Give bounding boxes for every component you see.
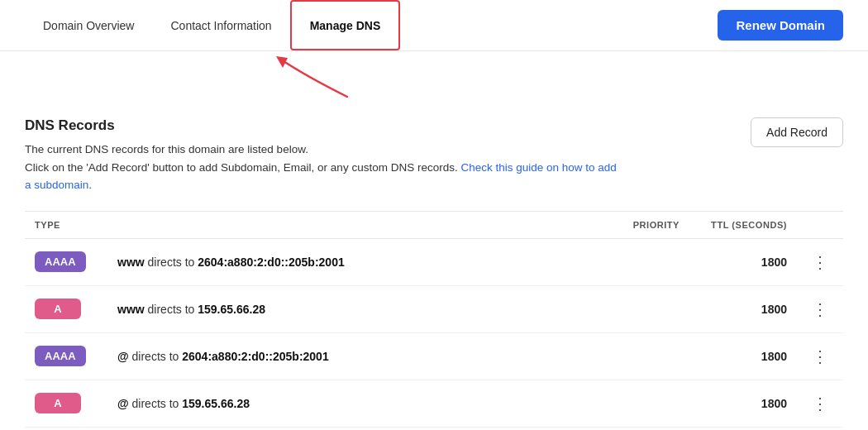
header-right: Renew Domain <box>718 10 843 41</box>
table-header-row: TYPE PRIORITY TTL (SECONDS) <box>25 211 843 238</box>
row-menu-button[interactable]: ⋮ <box>807 345 833 368</box>
record-host: www <box>117 256 145 269</box>
type-cell: A <box>25 285 107 332</box>
ttl-cell: 1800 <box>689 332 797 380</box>
type-badge: A <box>35 299 81 319</box>
table-row: AAAA @ directs to 2604:a880:2:d0::205b:2… <box>25 332 843 380</box>
row-menu-button[interactable]: ⋮ <box>807 251 833 274</box>
record-value: 2604:a880:2:d0::205b:2001 <box>182 350 328 363</box>
type-badge: AAAA <box>35 346 86 366</box>
tab-manage-dns[interactable]: Manage DNS <box>290 0 401 50</box>
priority-cell <box>599 285 689 332</box>
dns-records-title: DNS Records <box>25 117 620 134</box>
renew-domain-button[interactable]: Renew Domain <box>718 10 843 41</box>
actions-cell: ⋮ <box>797 238 843 285</box>
ttl-cell: 1800 <box>689 285 797 332</box>
record-cell: @ directs to 2604:a880:2:d0::205b:2001 <box>107 332 599 380</box>
type-cell: AAAA <box>25 332 107 380</box>
record-cell: @ directs to 159.65.66.28 <box>107 380 599 427</box>
dns-desc-line2: Click on the 'Add Record' button to add … <box>25 161 458 174</box>
actions-cell: ⋮ <box>797 285 843 332</box>
type-cell: AAAA <box>25 238 107 285</box>
ttl-cell: 1800 <box>689 238 797 285</box>
tab-domain-overview[interactable]: Domain Overview <box>25 0 152 50</box>
record-host: @ <box>117 397 129 410</box>
record-text: www directs to 2604:a880:2:d0::205b:2001 <box>117 256 345 269</box>
add-record-button[interactable]: Add Record <box>751 117 843 147</box>
col-header-record <box>107 211 599 238</box>
main-content: DNS Records The current DNS records for … <box>0 101 868 430</box>
record-cell: www directs to 2604:a880:2:d0::205b:2001 <box>107 238 599 285</box>
nav-tabs: Domain Overview Contact Information Mana… <box>25 0 400 50</box>
row-menu-button[interactable]: ⋮ <box>807 392 833 415</box>
type-badge: A <box>35 393 81 413</box>
record-host: www <box>117 303 145 316</box>
col-header-type: TYPE <box>25 211 107 238</box>
type-badge: AAAA <box>35 251 86 272</box>
dns-description-block: DNS Records The current DNS records for … <box>25 117 620 194</box>
actions-cell: ⋮ <box>797 332 843 380</box>
table-row: AAAA www directs to 2604:a880:2:d0::205b… <box>25 238 843 285</box>
actions-cell: ⋮ <box>797 380 843 427</box>
annotation-arrow <box>0 51 868 101</box>
record-text: www directs to 159.65.66.28 <box>117 303 265 316</box>
record-value: 159.65.66.28 <box>182 397 250 410</box>
ttl-cell: 1800 <box>689 380 797 427</box>
dns-records-body: AAAA www directs to 2604:a880:2:d0::205b… <box>25 238 843 427</box>
table-row: A @ directs to 159.65.66.28 1800 ⋮ <box>25 380 843 427</box>
priority-cell <box>599 380 689 427</box>
col-header-actions <box>797 211 843 238</box>
col-header-priority: PRIORITY <box>599 211 689 238</box>
record-value: 159.65.66.28 <box>198 303 265 316</box>
table-row: A www directs to 159.65.66.28 1800 ⋮ <box>25 285 843 332</box>
col-header-ttl: TTL (SECONDS) <box>689 211 797 238</box>
row-menu-button[interactable]: ⋮ <box>807 298 833 321</box>
dns-desc-line1: The current DNS records for this domain … <box>25 143 308 155</box>
tab-contact-information[interactable]: Contact Information <box>152 0 289 50</box>
dns-records-table: TYPE PRIORITY TTL (SECONDS) AAAA www dir… <box>25 211 843 428</box>
priority-cell <box>599 332 689 380</box>
header: Domain Overview Contact Information Mana… <box>0 0 868 51</box>
record-value: 2604:a880:2:d0::205b:2001 <box>198 256 344 269</box>
dns-description: The current DNS records for this domain … <box>25 141 620 194</box>
record-text: @ directs to 159.65.66.28 <box>117 397 250 410</box>
record-host: @ <box>117 350 129 363</box>
dns-header-row: DNS Records The current DNS records for … <box>25 117 843 194</box>
record-cell: www directs to 159.65.66.28 <box>107 285 599 332</box>
type-cell: A <box>25 380 107 427</box>
record-text: @ directs to 2604:a880:2:d0::205b:2001 <box>117 350 329 363</box>
arrow-svg <box>240 51 389 101</box>
priority-cell <box>599 238 689 285</box>
